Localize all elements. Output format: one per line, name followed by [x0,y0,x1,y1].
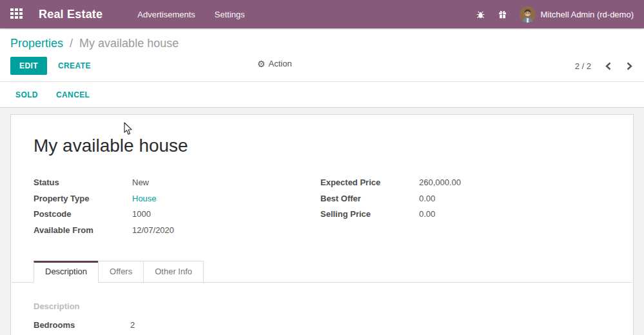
field-group-left: Status New Property Type House Postcode … [34,178,320,242]
property-type-link[interactable]: House [132,194,157,203]
action-menu-button[interactable]: ⚙ Action [257,59,292,68]
gear-icon: ⚙ [257,59,266,68]
field-expected-price: Expected Price 260,000.00 [320,178,607,187]
field-value: 2 [130,321,135,330]
menu-advertisements[interactable]: Advertisements [136,7,197,22]
navbar-menu: Advertisements Settings [136,7,246,22]
record-title: My available house [34,136,610,156]
field-value: 1000 [132,210,151,219]
pager: 2 / 2 [575,61,634,72]
statusbar: SOLD CANCEL [0,82,644,108]
field-label: Selling Price [320,210,419,219]
field-label: Expected Price [320,178,419,187]
edit-button[interactable]: EDIT [10,57,47,75]
tab-offers[interactable]: Offers [98,261,144,283]
avatar [520,6,536,23]
field-groups: Status New Property Type House Postcode … [34,178,610,242]
user-menu[interactable]: Mitchell Admin (rd-demo) [520,6,634,23]
top-navbar: Real Estate Advertisements Settings [0,0,644,28]
tab-other-info[interactable]: Other Info [143,261,204,283]
breadcrumb-separator: / [70,37,73,50]
create-button[interactable]: CREATE [58,61,91,70]
field-label: Status [34,178,132,187]
field-value: 12/07/2020 [132,226,174,235]
pager-count: 2 / 2 [575,61,591,71]
field-label: Bedrooms [34,321,130,330]
action-label: Action [269,59,292,68]
tab-description[interactable]: Description [34,261,99,283]
field-postcode: Postcode 1000 [34,210,320,219]
tab-content-description: Description Bedrooms 2 Living Area (sqm) [34,283,610,335]
field-best-offer: Best Offer 0.00 [320,194,607,203]
field-bedrooms: Bedrooms 2 [34,321,610,330]
control-panel: Properties / My available house EDIT CRE… [0,28,644,82]
breadcrumb-properties[interactable]: Properties [10,37,63,50]
app-title[interactable]: Real Estate [39,8,102,21]
notebook-tabs: Description Offers Other Info [12,261,632,283]
control-panel-buttons: EDIT CREATE ⚙ Action 2 / 2 [10,57,634,81]
bug-icon[interactable] [476,9,486,19]
chevron-right-icon[interactable] [625,61,634,72]
field-value: 260,000.00 [419,178,461,187]
field-label: Available From [34,226,132,235]
navbar-right: Mitchell Admin (rd-demo) [476,6,634,23]
group-title-description: Description [34,301,610,311]
field-available-from: Available From 12/07/2020 [34,226,320,235]
user-name: Mitchell Admin (rd-demo) [541,10,634,19]
apps-grid-icon[interactable] [10,8,24,20]
sold-button[interactable]: SOLD [15,90,38,99]
field-label: Postcode [34,210,132,219]
field-group-right: Expected Price 260,000.00 Best Offer 0.0… [320,178,607,242]
cancel-button[interactable]: CANCEL [56,90,90,99]
field-status: Status New [34,178,320,187]
gift-icon[interactable] [498,9,508,19]
menu-settings[interactable]: Settings [213,7,246,22]
field-label: Property Type [34,194,132,203]
field-selling-price: Selling Price 0.00 [320,210,607,219]
breadcrumb: Properties / My available house [10,28,634,57]
field-value: 0.00 [419,194,435,203]
field-value: New [132,178,149,187]
field-property-type: Property Type House [34,194,320,203]
breadcrumb-current: My available house [79,37,179,50]
field-label: Best Offer [320,194,419,203]
field-value: 0.00 [419,210,435,219]
chevron-left-icon[interactable] [604,61,612,72]
form-sheet: My available house Status New Property T… [10,114,634,335]
form-view: My available house Status New Property T… [0,108,644,335]
